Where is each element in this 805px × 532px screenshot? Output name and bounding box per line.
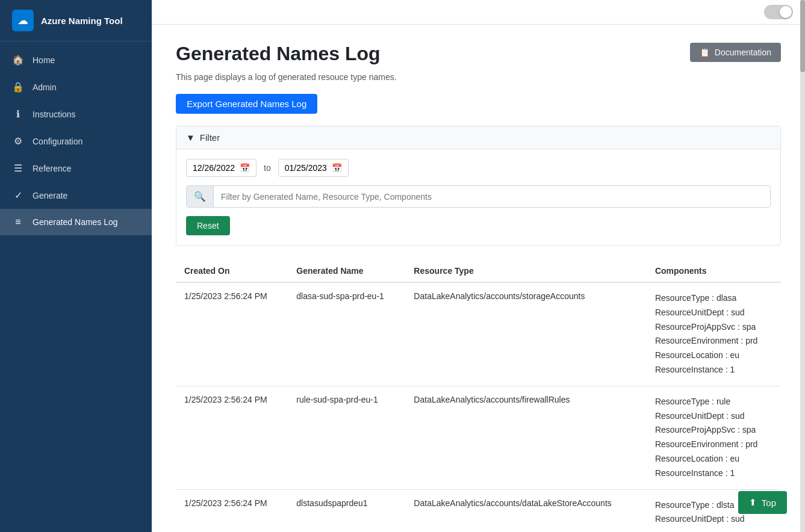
cell-resource-type: DataLakeAnalytics/accounts/firewallRules	[405, 386, 647, 489]
sidebar-item-label: Generated Names Log	[33, 217, 118, 227]
calendar-from-icon[interactable]: 📅	[240, 163, 250, 173]
sidebar-item-label: Reference	[33, 164, 72, 173]
col-created-on: Created On	[176, 260, 288, 282]
reset-button[interactable]: Reset	[186, 216, 230, 235]
theme-toggle[interactable]	[764, 5, 793, 19]
sidebar-item-configuration[interactable]: ⚙ Configuration	[0, 128, 152, 155]
page-subtitle: This page displays a log of generated re…	[176, 72, 781, 82]
col-resource-type: Resource Type	[405, 260, 647, 282]
date-filter-row: 12/26/2022 📅 to 01/25/2023 📅	[186, 159, 771, 177]
main-content: Generated Names Log 📋 Documentation This…	[152, 0, 805, 532]
cell-created-on: 1/25/2023 2:56:24 PM	[176, 282, 288, 386]
cell-generated-name: dlasa-sud-spa-prd-eu-1	[288, 282, 405, 386]
table-head: Created On Generated Name Resource Type …	[176, 260, 781, 282]
table-header-row: Created On Generated Name Resource Type …	[176, 260, 781, 282]
cell-generated-name: rule-sud-spa-prd-eu-1	[288, 386, 405, 489]
calendar-to-icon[interactable]: 📅	[332, 163, 342, 173]
filter-header: ▼ Filter	[176, 126, 780, 149]
page-title: Generated Names Log	[176, 43, 381, 65]
search-row: 🔍	[186, 185, 771, 208]
sidebar-item-label: Home	[33, 55, 55, 65]
search-icon: 🔍	[194, 191, 206, 202]
date-from-value: 12/26/2022	[193, 163, 235, 173]
search-input[interactable]	[214, 187, 770, 206]
sidebar-item-admin[interactable]: 🔒 Admin	[0, 73, 152, 101]
sidebar-header: ☁ Azure Naming Tool	[0, 0, 152, 42]
sidebar-item-generate[interactable]: ✓ Generate	[0, 182, 152, 209]
sidebar-item-label: Configuration	[33, 137, 82, 146]
sidebar-item-home[interactable]: 🏠 Home	[0, 46, 152, 73]
arrow-up-icon: ⬆	[749, 497, 757, 508]
filter-label: Filter	[200, 132, 220, 143]
cell-created-on: 1/25/2023 2:56:24 PM	[176, 386, 288, 489]
date-to-value: 01/25/2023	[285, 163, 327, 173]
cell-generated-name: dlstasudspaprdeu1	[288, 489, 405, 532]
sidebar-item-label: Instructions	[33, 110, 76, 119]
lock-icon: 🔒	[12, 81, 24, 93]
app-title: Azure Naming Tool	[41, 16, 123, 26]
table-row: 1/25/2023 2:56:24 PM dlasa-sud-spa-prd-e…	[176, 282, 781, 386]
filter-chevron-icon: ▼	[186, 132, 195, 143]
date-to-input[interactable]: 01/25/2023 📅	[278, 159, 349, 177]
page-header: Generated Names Log 📋 Documentation	[176, 43, 781, 65]
cell-created-on: 1/25/2023 2:56:24 PM	[176, 489, 288, 532]
list-icon: ☰	[12, 162, 24, 174]
cell-components: ResourceType : rule ResourceUnitDept : s…	[647, 386, 781, 489]
scrollbar[interactable]	[800, 0, 805, 532]
sidebar-item-label: Admin	[33, 82, 57, 92]
table-row: 1/25/2023 2:56:24 PM dlstasudspaprdeu1 D…	[176, 489, 781, 532]
col-components: Components	[647, 260, 781, 282]
home-icon: 🏠	[12, 54, 24, 66]
info-icon: ℹ	[12, 108, 24, 120]
app-logo: ☁	[12, 10, 34, 31]
col-generated-name: Generated Name	[288, 260, 405, 282]
top-button[interactable]: ⬆ Top	[738, 491, 787, 514]
data-table: Created On Generated Name Resource Type …	[176, 260, 781, 532]
sidebar-nav: 🏠 Home 🔒 Admin ℹ Instructions ⚙ Configur…	[0, 42, 152, 532]
cloud-icon: ☁	[17, 14, 28, 27]
page-content: Generated Names Log 📋 Documentation This…	[152, 25, 805, 532]
documentation-button[interactable]: 📋 Documentation	[690, 43, 781, 62]
sidebar: ☁ Azure Naming Tool 🏠 Home 🔒 Admin ℹ Ins…	[0, 0, 152, 532]
sidebar-item-instructions[interactable]: ℹ Instructions	[0, 101, 152, 128]
cell-components: ResourceType : dlasa ResourceUnitDept : …	[647, 282, 781, 386]
topbar	[152, 0, 805, 25]
checkmark-icon: ✓	[12, 190, 24, 201]
table-row: 1/25/2023 2:56:24 PM rule-sud-spa-prd-eu…	[176, 386, 781, 489]
gear-icon: ⚙	[12, 135, 24, 147]
sidebar-item-label: Generate	[33, 191, 67, 200]
date-from-input[interactable]: 12/26/2022 📅	[186, 159, 256, 177]
cell-resource-type: DataLakeAnalytics/accounts/dataLakeStore…	[405, 489, 647, 532]
log-icon: ≡	[12, 217, 24, 227]
search-icon-box: 🔍	[187, 186, 214, 207]
sidebar-item-generated-names-log[interactable]: ≡ Generated Names Log	[0, 209, 152, 235]
cell-resource-type: DataLakeAnalytics/accounts/storageAccoun…	[405, 282, 647, 386]
sidebar-item-reference[interactable]: ☰ Reference	[0, 155, 152, 182]
table-body: 1/25/2023 2:56:24 PM dlasa-sud-spa-prd-e…	[176, 282, 781, 532]
scrollbar-thumb[interactable]	[800, 0, 805, 72]
doc-icon: 📋	[700, 48, 710, 57]
filter-section: ▼ Filter 12/26/2022 📅 to 01/25/2023 📅	[176, 126, 781, 246]
date-to-label: to	[264, 163, 271, 173]
export-button[interactable]: Export Generated Names Log	[176, 94, 317, 114]
filter-body: 12/26/2022 📅 to 01/25/2023 📅 🔍 Reset	[176, 149, 780, 245]
